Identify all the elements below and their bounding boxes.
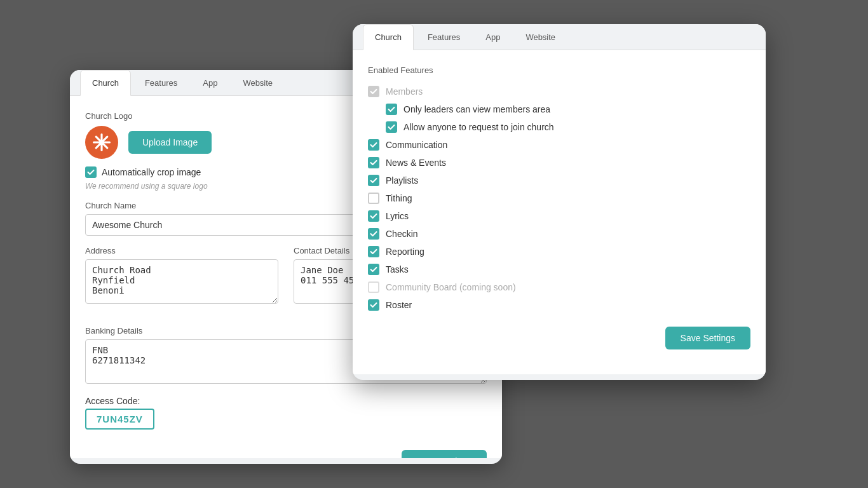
checkmark-icon <box>370 141 377 149</box>
features-content: Enabled Features Members Only leaders ca… <box>353 50 766 374</box>
tab-features-front[interactable]: Features <box>416 24 471 50</box>
features-tabs: Church Features App Website <box>353 24 766 50</box>
checkbox-tithing[interactable] <box>368 193 379 204</box>
tab-church[interactable]: Church <box>80 70 131 96</box>
checkmark-icon <box>370 212 377 220</box>
feature-reporting: Reporting <box>368 243 750 261</box>
feature-tithing: Tithing <box>368 189 750 207</box>
checkbox-leaders[interactable] <box>386 104 397 115</box>
church-save-button[interactable]: Save Settings <box>402 450 487 458</box>
feature-leaders-label: Only leaders can view members area <box>403 104 550 114</box>
feature-allow-join-label: Allow anyone to request to join church <box>403 122 554 132</box>
address-input[interactable]: Church Road Rynfield Benoni <box>85 259 278 304</box>
checkbox-playlists[interactable] <box>368 175 379 186</box>
tab-website[interactable]: Website <box>231 70 284 95</box>
address-label: Address <box>85 246 278 255</box>
checkmark-icon <box>370 230 377 238</box>
feature-playlists: Playlists <box>368 172 750 189</box>
feature-members-label: Members <box>386 86 423 97</box>
checkbox-members <box>368 86 379 97</box>
feature-community-label: Community Board (coming soon) <box>386 282 516 292</box>
scene: Church Features App Website Church Logo … <box>0 0 868 488</box>
checkbox-lyrics[interactable] <box>368 210 379 222</box>
features-save-button[interactable]: Save Settings <box>665 327 750 349</box>
checkbox-roster[interactable] <box>368 299 379 311</box>
tab-church-front[interactable]: Church <box>363 24 414 50</box>
feature-allow-join: Allow anyone to request to join church <box>368 118 750 136</box>
tab-app-front[interactable]: App <box>474 24 512 50</box>
feature-playlists-label: Playlists <box>386 175 418 186</box>
checkmark-icon <box>87 168 95 176</box>
tab-app[interactable]: App <box>191 70 229 95</box>
features-card: Church Features App Website Enabled Feat… <box>353 24 766 380</box>
access-code-group: Access Code: 7UN45ZV <box>85 396 487 430</box>
checkmark-icon <box>388 123 395 131</box>
features-save-row: Save Settings <box>368 327 750 349</box>
checkmark-icon <box>370 159 377 166</box>
checkbox-reporting[interactable] <box>368 246 379 257</box>
feature-news: News & Events <box>368 154 750 172</box>
feature-communication-label: Communication <box>386 140 447 150</box>
checkbox-checkin[interactable] <box>368 228 379 240</box>
checkbox-allow-join[interactable] <box>386 121 397 133</box>
feature-members: Members <box>368 83 750 100</box>
checkmark-icon <box>370 266 377 273</box>
checkbox-tasks[interactable] <box>368 264 379 275</box>
snowflake-icon <box>92 133 111 152</box>
feature-tithing-label: Tithing <box>386 193 412 203</box>
feature-lyrics: Lyrics <box>368 207 750 225</box>
auto-crop-checkbox[interactable] <box>85 166 97 178</box>
checkbox-community <box>368 281 379 293</box>
upload-image-button[interactable]: Upload Image <box>128 131 212 154</box>
feature-reporting-label: Reporting <box>386 247 424 257</box>
enabled-features-label: Enabled Features <box>368 65 750 75</box>
tab-features[interactable]: Features <box>133 70 189 95</box>
church-logo-icon <box>85 126 118 159</box>
feature-news-label: News & Events <box>386 158 446 168</box>
feature-leaders: Only leaders can view members area <box>368 100 750 118</box>
feature-tasks: Tasks <box>368 261 750 278</box>
feature-tasks-label: Tasks <box>386 264 409 274</box>
checkmark-icon <box>370 248 377 255</box>
checkmark-icon <box>370 88 377 95</box>
checkmark-icon <box>370 177 377 184</box>
checkbox-communication[interactable] <box>368 139 379 151</box>
feature-communication: Communication <box>368 136 750 154</box>
feature-community: Community Board (coming soon) <box>368 278 750 296</box>
checkbox-news[interactable] <box>368 157 379 168</box>
feature-checkin: Checkin <box>368 225 750 243</box>
feature-lyrics-label: Lyrics <box>386 211 409 221</box>
tab-website-front[interactable]: Website <box>514 24 567 50</box>
access-code-value: 7UN45ZV <box>85 409 154 430</box>
address-group: Address Church Road Rynfield Benoni <box>85 246 278 306</box>
feature-checkin-label: Checkin <box>386 229 418 239</box>
checkmark-icon <box>388 105 395 113</box>
access-code-label: Access Code: <box>85 396 487 406</box>
feature-roster: Roster <box>368 296 750 314</box>
feature-roster-label: Roster <box>386 300 412 310</box>
auto-crop-label: Automatically crop image <box>102 167 201 177</box>
checkmark-icon <box>370 301 377 309</box>
